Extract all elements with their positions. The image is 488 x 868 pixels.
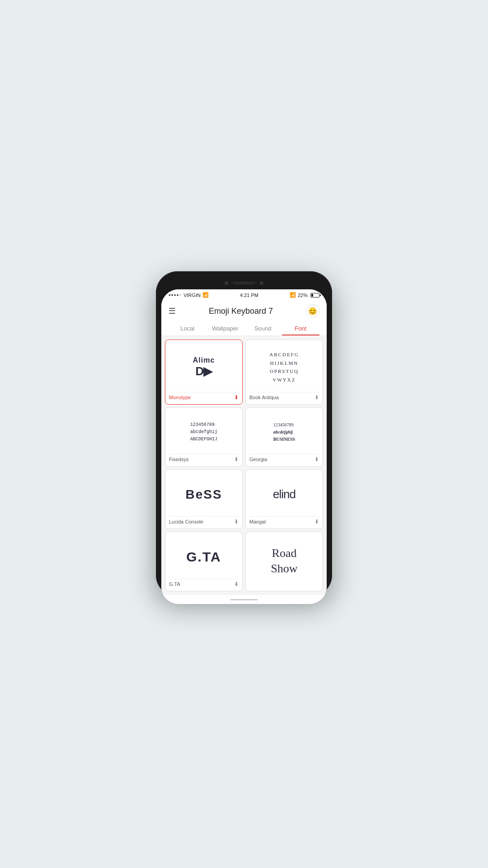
font-footer-georgia: Georgia ⬇ (249, 454, 319, 462)
font-preview-book-antiqua: ABCDEFGHIJKLMNOPRSTUQVWYXZ (269, 345, 299, 392)
signal-dots: ●●●●○ (169, 293, 182, 297)
download-icon-monotype[interactable]: ⬇ (234, 394, 239, 401)
status-right: 📶 22% (290, 292, 319, 298)
font-footer-lucida: Lucida Console ⬇ (169, 516, 239, 525)
font-preview-gta: G.TA (186, 538, 221, 579)
tab-local[interactable]: Local (169, 321, 206, 335)
download-icon-lucida[interactable]: ⬇ (234, 519, 239, 525)
menu-icon[interactable]: ☰ (169, 307, 176, 315)
download-icon-mangal[interactable]: ⬇ (314, 519, 319, 525)
font-card-book-antiqua[interactable]: ABCDEFGHIJKLMNOPRSTUQVWYXZ Book Antiqua … (245, 340, 323, 405)
font-preview-mangal: elind (273, 475, 296, 516)
font-preview-fixedsys: 123456789abcdefghijABCDEFGHIJ (190, 413, 217, 454)
font-footer-monotype: Monotype ⬇ (169, 392, 239, 401)
tab-sound[interactable]: Sound (244, 321, 282, 335)
clock: 4:21 PM (240, 292, 258, 298)
bluetooth-icon: 📶 (290, 292, 296, 298)
download-icon-book-antiqua[interactable]: ⬇ (314, 394, 319, 401)
font-preview-lucida: BeSS (185, 475, 222, 516)
font-preview-georgia: 123456789 abcdefghij BUSINESS (273, 413, 295, 454)
battery-fill (311, 294, 313, 297)
tab-bar: Local Wallpaper Sound Font (169, 321, 319, 335)
font-preview-monotype: Alimc D▶ (193, 345, 215, 392)
phone-bottom-bar (161, 595, 327, 604)
phone-top-bar (161, 277, 327, 289)
font-card-georgia[interactable]: 123456789 abcdefghij BUSINESS Georgia ⬇ (245, 407, 323, 467)
font-card-lucida[interactable]: BeSS Lucida Console ⬇ (165, 469, 243, 529)
font-name-monotype: Monotype (169, 395, 191, 400)
font-footer-gta: G.TA ⬇ (169, 579, 239, 587)
front-camera (260, 281, 263, 285)
battery-percent: 22% (298, 292, 308, 298)
tab-wallpaper[interactable]: Wallpaper (206, 321, 244, 335)
header-top: ☰ Emoji Keyboard 7 😊 (169, 304, 319, 318)
tab-font[interactable]: Font (282, 321, 320, 335)
download-icon-gta[interactable]: ⬇ (234, 581, 239, 587)
font-name-georgia: Georgia (249, 457, 267, 462)
home-indicator (230, 599, 258, 600)
camera-dot (225, 281, 228, 285)
font-name-mangal: Mangal (249, 519, 266, 524)
download-icon-fixedsys[interactable]: ⬇ (234, 456, 239, 462)
carrier-label: VIRGIN (183, 292, 201, 298)
download-icon-georgia[interactable]: ⬇ (314, 456, 319, 462)
font-card-mangal[interactable]: elind Mangal ⬇ (245, 469, 323, 529)
wifi-icon: 📶 (202, 292, 209, 298)
app-header: ☰ Emoji Keyboard 7 😊 Local Wallpaper Sou… (161, 301, 327, 336)
font-footer-fixedsys: Fixedsys ⬇ (169, 454, 239, 462)
phone-device: ●●●●○ VIRGIN 📶 4:21 PM 📶 22% ☰ Emoji Key… (156, 271, 332, 597)
status-left: ●●●●○ VIRGIN 📶 (169, 292, 209, 298)
user-avatar[interactable]: 😊 (306, 304, 319, 318)
font-card-road-show[interactable]: RoadShow (245, 532, 323, 591)
font-grid: Alimc D▶ Monotype ⬇ ABCDEFGHIJKLMNOPRSTU… (161, 336, 327, 595)
font-name-book-antiqua: Book Antiqua (249, 395, 279, 400)
battery-icon (310, 293, 319, 297)
font-card-monotype[interactable]: Alimc D▶ Monotype ⬇ (165, 340, 243, 405)
font-card-fixedsys[interactable]: 123456789abcdefghijABCDEFGHIJ Fixedsys ⬇ (165, 407, 243, 467)
font-footer-mangal: Mangal ⬇ (249, 516, 319, 525)
app-title: Emoji Keyboard 7 (209, 307, 273, 316)
font-footer-book-antiqua: Book Antiqua ⬇ (249, 392, 319, 401)
font-preview-road-show: RoadShow (271, 538, 297, 587)
font-card-gta[interactable]: G.TA G.TA ⬇ (165, 532, 243, 591)
speaker-grill (233, 282, 255, 284)
font-name-fixedsys: Fixedsys (169, 457, 188, 462)
phone-screen: ●●●●○ VIRGIN 📶 4:21 PM 📶 22% ☰ Emoji Key… (161, 289, 327, 604)
font-name-lucida: Lucida Console (169, 519, 203, 524)
font-name-gta: G.TA (169, 581, 180, 587)
status-bar: ●●●●○ VIRGIN 📶 4:21 PM 📶 22% (161, 289, 327, 301)
